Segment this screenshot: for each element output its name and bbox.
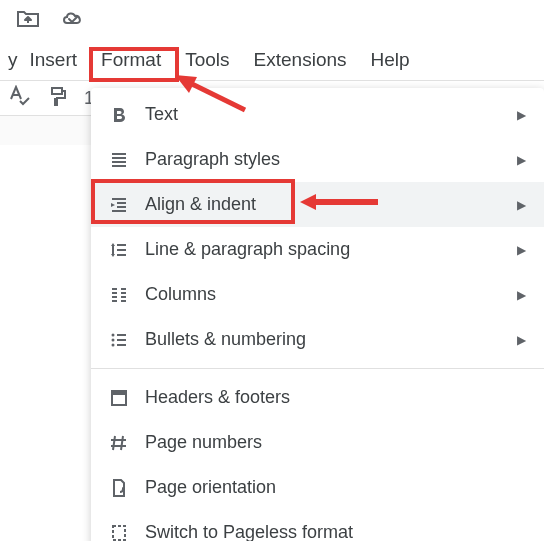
dropdown-columns[interactable]: Columns ▶ <box>91 272 544 317</box>
dropdown-page-numbers[interactable]: Page numbers <box>91 420 544 465</box>
dropdown-switch-pageless-label: Switch to Pageless format <box>145 522 526 541</box>
menu-insert[interactable]: Insert <box>18 43 90 77</box>
menu-help[interactable]: Help <box>359 43 422 77</box>
bold-icon <box>109 105 145 125</box>
pageless-icon <box>109 523 145 542</box>
dropdown-line-spacing-label: Line & paragraph spacing <box>145 239 517 260</box>
submenu-arrow-icon: ▶ <box>517 243 526 257</box>
cloud-saved-icon[interactable] <box>60 8 86 32</box>
spellcheck-icon[interactable] <box>8 85 30 111</box>
line-spacing-icon <box>109 240 145 260</box>
submenu-arrow-icon: ▶ <box>517 153 526 167</box>
dropdown-bullets-numbering[interactable]: Bullets & numbering ▶ <box>91 317 544 362</box>
svg-point-1 <box>112 338 115 341</box>
submenu-arrow-icon: ▶ <box>517 198 526 212</box>
dropdown-page-orientation[interactable]: Page orientation <box>91 465 544 510</box>
svg-line-5 <box>190 83 245 110</box>
menu-item-partial[interactable]: y <box>4 49 18 71</box>
bullets-icon <box>109 330 145 350</box>
dropdown-switch-pageless[interactable]: Switch to Pageless format <box>91 510 544 541</box>
menu-extensions[interactable]: Extensions <box>242 43 359 77</box>
paint-format-icon[interactable] <box>46 85 68 111</box>
move-folder-icon[interactable] <box>16 8 40 32</box>
dropdown-columns-label: Columns <box>145 284 517 305</box>
dropdown-text[interactable]: Text ▶ <box>91 92 544 137</box>
submenu-arrow-icon: ▶ <box>517 333 526 347</box>
dropdown-line-spacing[interactable]: Line & paragraph spacing ▶ <box>91 227 544 272</box>
annotation-arrow-format <box>175 75 255 115</box>
submenu-arrow-icon: ▶ <box>517 288 526 302</box>
svg-point-2 <box>112 343 115 346</box>
page-orientation-icon <box>109 478 145 498</box>
annotation-arrow-align <box>300 192 380 212</box>
columns-icon <box>109 285 145 305</box>
indent-icon <box>109 195 145 215</box>
format-dropdown: Text ▶ Paragraph styles ▶ Align & indent… <box>91 88 544 541</box>
svg-point-0 <box>112 333 115 336</box>
hash-icon <box>109 433 145 453</box>
headers-footers-icon <box>109 388 145 408</box>
top-icon-row <box>0 0 544 40</box>
submenu-arrow-icon: ▶ <box>517 108 526 122</box>
dropdown-paragraph-styles-label: Paragraph styles <box>145 149 517 170</box>
dropdown-bullets-numbering-label: Bullets & numbering <box>145 329 517 350</box>
paragraph-icon <box>109 150 145 170</box>
dropdown-headers-footers[interactable]: Headers & footers <box>91 375 544 420</box>
dropdown-headers-footers-label: Headers & footers <box>145 387 526 408</box>
svg-rect-4 <box>112 391 126 395</box>
dropdown-page-orientation-label: Page orientation <box>145 477 526 498</box>
menu-format[interactable]: Format <box>89 43 173 77</box>
menu-bar: y Insert Format Tools Extensions Help <box>0 40 544 80</box>
menu-tools[interactable]: Tools <box>173 43 241 77</box>
dropdown-page-numbers-label: Page numbers <box>145 432 526 453</box>
svg-marker-8 <box>300 194 316 210</box>
dropdown-separator <box>91 368 544 369</box>
dropdown-paragraph-styles[interactable]: Paragraph styles ▶ <box>91 137 544 182</box>
